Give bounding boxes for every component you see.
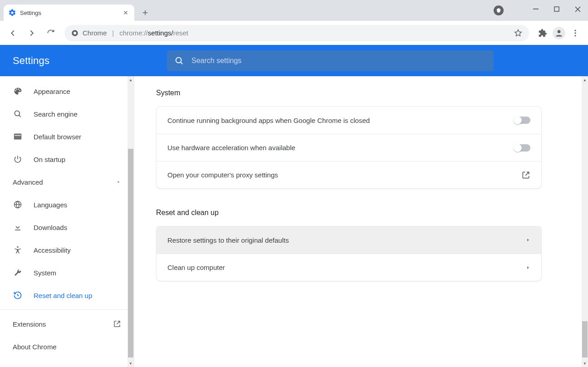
system-card: Continue running background apps when Go… (156, 106, 542, 189)
close-window-button[interactable] (567, 0, 588, 18)
window-controls (525, 0, 588, 18)
download-icon (13, 222, 23, 232)
reset-card: Restore settings to their original defau… (156, 226, 542, 281)
sidebar-item-label: Search engine (34, 110, 78, 118)
launch-icon (113, 320, 121, 328)
globe-icon (13, 200, 23, 210)
svg-point-4 (558, 30, 561, 33)
row-restore-defaults[interactable]: Restore settings to their original defau… (157, 226, 541, 254)
row-label: Continue running background apps when Go… (167, 117, 370, 124)
main-scrollbar[interactable]: ▲ ▼ (582, 76, 588, 367)
browser-icon (13, 132, 23, 142)
about-label: About Chrome (13, 343, 57, 351)
search-icon (174, 56, 184, 66)
scrollbar-thumb[interactable] (582, 321, 588, 357)
search-icon (13, 109, 23, 119)
sidebar-item-appearance[interactable]: Appearance (0, 80, 129, 103)
omnibox-origin: Chrome (83, 29, 107, 37)
back-button[interactable] (5, 25, 21, 41)
chevron-up-icon (116, 179, 121, 185)
sidebar-item-label: On startup (34, 156, 65, 163)
section-title-system: System (156, 89, 542, 97)
sidebar-item-search-engine[interactable]: Search engine (0, 103, 129, 125)
browser-chrome: Settings (0, 0, 588, 45)
sidebar-item-label: System (34, 269, 56, 277)
browser-tab[interactable]: Settings (4, 5, 134, 21)
bookmark-star-icon[interactable] (514, 29, 523, 38)
browser-toolbar: Chrome | chrome://settings/reset (0, 21, 588, 45)
tab-strip: Settings (0, 0, 588, 21)
gear-icon (8, 9, 16, 17)
sidebar-scrollbar[interactable]: ▲ ▼ (127, 76, 134, 367)
close-icon[interactable] (122, 9, 130, 17)
svg-point-7 (574, 35, 576, 36)
chevron-right-icon (526, 238, 530, 242)
chevron-right-icon (526, 265, 530, 270)
row-hardware-accel[interactable]: Use hardware acceleration when available (157, 134, 541, 161)
row-proxy-settings[interactable]: Open your computer's proxy settings (157, 161, 541, 188)
sidebar-item-label: Accessibility (34, 246, 71, 254)
sidebar: Appearance Search engine Default browser… (0, 76, 134, 367)
svg-point-6 (574, 32, 576, 34)
sidebar-item-label: Default browser (34, 133, 81, 141)
launch-icon (521, 171, 530, 180)
content: Appearance Search engine Default browser… (0, 76, 588, 367)
settings-header: Settings (0, 45, 588, 76)
svg-point-5 (574, 29, 576, 31)
profile-avatar[interactable] (553, 27, 565, 39)
power-icon (13, 154, 23, 164)
sidebar-item-languages[interactable]: Languages (0, 193, 129, 216)
sidebar-item-downloads[interactable]: Downloads (0, 216, 129, 239)
scroll-up-icon[interactable]: ▲ (127, 76, 134, 83)
row-background-apps[interactable]: Continue running background apps when Go… (157, 107, 541, 134)
sidebar-item-accessibility[interactable]: Accessibility (0, 239, 129, 261)
maximize-button[interactable] (546, 0, 567, 18)
svg-point-12 (17, 246, 18, 248)
sidebar-item-reset[interactable]: Reset and clean up (0, 284, 129, 307)
row-clean-up[interactable]: Clean up computer (157, 254, 541, 281)
settings-search[interactable] (167, 50, 494, 71)
row-label: Clean up computer (167, 264, 225, 271)
chrome-page-icon (71, 29, 79, 37)
scrollbar-thumb[interactable] (128, 149, 133, 357)
sidebar-item-label: Languages (34, 201, 67, 209)
scroll-up-icon[interactable]: ▲ (582, 76, 588, 83)
scroll-down-icon[interactable]: ▼ (127, 360, 134, 367)
forward-button[interactable] (24, 25, 40, 41)
extensions-label: Extensions (13, 320, 46, 328)
toggle-switch[interactable] (514, 144, 530, 152)
minimize-button[interactable] (525, 0, 546, 18)
settings-search-input[interactable] (191, 57, 486, 65)
row-label: Use hardware acceleration when available (167, 144, 295, 152)
svg-point-8 (176, 57, 181, 63)
svg-rect-1 (554, 7, 559, 11)
omnibox-separator: | (112, 29, 114, 37)
reload-button[interactable] (43, 25, 59, 41)
sidebar-item-default-browser[interactable]: Default browser (0, 125, 129, 148)
kebab-menu-icon[interactable] (567, 25, 583, 41)
scroll-down-icon[interactable]: ▼ (582, 360, 588, 367)
sidebar-item-system[interactable]: System (0, 261, 129, 284)
sidebar-item-about[interactable]: About Chrome (0, 335, 134, 358)
profile-badge-icon[interactable] (494, 5, 504, 15)
sidebar-item-label: Reset and clean up (34, 292, 92, 299)
palette-icon (13, 86, 23, 96)
advanced-label: Advanced (13, 178, 43, 186)
address-bar[interactable]: Chrome | chrome://settings/reset (64, 25, 529, 41)
section-title-reset: Reset and clean up (156, 209, 542, 217)
toggle-switch[interactable] (514, 117, 530, 124)
new-tab-button[interactable] (139, 6, 152, 19)
omnibox-url: chrome://settings/reset (119, 29, 188, 37)
svg-point-3 (74, 32, 76, 34)
row-label: Restore settings to their original defau… (167, 236, 289, 244)
extensions-icon[interactable] (534, 25, 551, 41)
svg-rect-0 (533, 9, 539, 10)
toolbar-right (534, 25, 583, 41)
page-title: Settings (13, 55, 149, 67)
sidebar-item-on-startup[interactable]: On startup (0, 148, 129, 171)
sidebar-advanced-toggle[interactable]: Advanced (0, 171, 134, 193)
main-panel: System Continue running background apps … (134, 76, 588, 367)
sidebar-item-extensions[interactable]: Extensions (0, 313, 134, 335)
tab-title: Settings (20, 10, 118, 16)
sidebar-item-label: Downloads (34, 224, 67, 231)
